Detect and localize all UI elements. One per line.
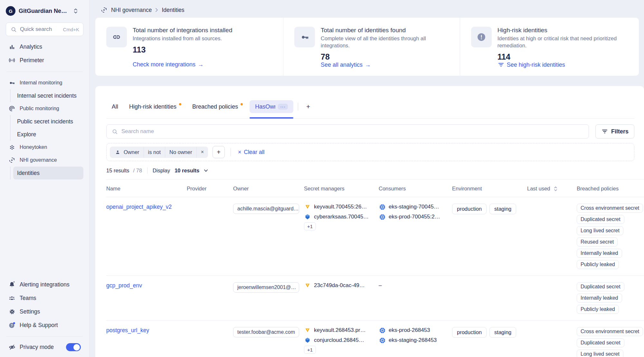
more-chip[interactable]: +1: [304, 222, 316, 230]
sidebar-divider: [6, 72, 83, 72]
search-icon: [10, 27, 17, 32]
sidebar-item-honeytoken[interactable]: Honeytoken: [6, 141, 83, 154]
help-icon: ?: [8, 322, 15, 329]
column-header-consumers[interactable]: Consumers: [379, 186, 452, 192]
column-header-owner[interactable]: Owner: [233, 186, 304, 192]
secret-manager-entry[interactable]: keyvault.700455:26…: [304, 204, 375, 210]
sidebar-item-nhi-governance[interactable]: NHI governance: [6, 154, 83, 167]
sidebar-item-label: Settings: [20, 308, 40, 315]
display-value[interactable]: 10 results: [175, 168, 199, 174]
column-header-provider[interactable]: Provider: [187, 186, 233, 192]
honeycomb-icon: [8, 144, 15, 150]
filter-value[interactable]: No owner: [165, 147, 196, 158]
owner-pill: achille.mascia@gitguard…: [233, 204, 299, 214]
kubernetes-icon: [379, 337, 386, 343]
add-tab-button[interactable]: +: [302, 100, 314, 113]
add-filter-button[interactable]: +: [213, 146, 225, 158]
chevron-down-icon[interactable]: [204, 169, 208, 172]
workspace-expand-icon[interactable]: [72, 8, 79, 14]
sidebar-item-label: NHI governance: [20, 157, 57, 163]
privacy-mode-toggle[interactable]: [66, 343, 81, 351]
filter-field[interactable]: Owner: [110, 147, 144, 158]
column-header-breached-policies[interactable]: Breached policies: [577, 186, 644, 192]
column-header-name[interactable]: Name: [106, 186, 187, 192]
stat-value: 113: [133, 45, 275, 54]
privacy-mode-row: Privacy mode: [6, 341, 83, 351]
policy-badge: Duplicated secret: [577, 338, 624, 347]
secret-manager-label: cyberarksaas.70045…: [314, 214, 369, 220]
quick-search[interactable]: Quick search Cmd+K: [6, 23, 83, 36]
notification-dot: [241, 103, 243, 105]
sidebar-item-label: Public monitoring: [20, 106, 59, 111]
identity-link[interactable]: gcp_prod_env: [106, 282, 142, 289]
clear-all-button[interactable]: × Clear all: [238, 149, 264, 156]
search-icon: [111, 129, 118, 134]
sidebar-item-perimeter[interactable]: Perimeter: [6, 53, 83, 67]
results-divider: [147, 167, 147, 174]
cell-environment: production staging: [452, 204, 527, 214]
eye-off-icon: [8, 344, 15, 351]
sidebar-item-public-monitoring[interactable]: Public monitoring: [6, 102, 83, 115]
cell-name: postgres_url_key: [106, 327, 187, 334]
secret-manager-entry[interactable]: cyberarksaas.70045…: [304, 214, 375, 220]
secret-manager-entry[interactable]: keyvault.268453.pr…: [304, 327, 375, 333]
sidebar-item-label: Honeytoken: [20, 144, 47, 150]
consumer-entry[interactable]: eks-staging-70045…: [379, 204, 448, 210]
see-all-analytics-link[interactable]: See all analytics →: [321, 62, 451, 68]
more-chip[interactable]: +1: [304, 346, 316, 354]
remove-filter-button[interactable]: ×: [196, 147, 208, 158]
owner-pill: jeroenwillemsen2001@…: [233, 282, 299, 293]
tab-breached-policies[interactable]: Breached policies: [187, 100, 248, 113]
cell-secret-managers: keyvault.700455:26… cyberarksaas.70045… …: [304, 204, 379, 230]
sidebar-item-internal-secret-incidents[interactable]: Internal secret incidents: [13, 89, 83, 102]
tab-all[interactable]: All: [106, 100, 124, 113]
sidebar-item-label: Alerting integrations: [20, 281, 70, 288]
sidebar-divider: [6, 336, 83, 337]
filters-button[interactable]: Filters: [595, 124, 634, 139]
secret-manager-entry[interactable]: 23c749da-0cac-49…: [304, 282, 375, 289]
cell-consumers: eks-staging-70045… eks-prod-700455:2…: [379, 204, 452, 220]
column-header-last-used[interactable]: Last used: [527, 186, 577, 192]
tab-label: High-risk identities: [129, 103, 176, 110]
sidebar-item-public-secret-incidents[interactable]: Public secret incidents: [13, 115, 83, 128]
check-more-integrations-link[interactable]: Check more integrations →: [133, 61, 275, 68]
secret-manager-list: 23c749da-0cac-49…: [304, 282, 375, 289]
identity-link[interactable]: openai_project_apikey_v2: [106, 204, 172, 210]
consumer-entry[interactable]: eks-prod-268453: [379, 327, 448, 333]
environment-pill: production: [452, 327, 487, 338]
sidebar-item-explore[interactable]: Explore: [13, 128, 83, 141]
sidebar-item-identities[interactable]: Identities: [13, 167, 83, 179]
search-box[interactable]: [106, 124, 589, 139]
sort-icon[interactable]: [552, 186, 559, 191]
sidebar-item-teams[interactable]: Teams: [6, 291, 83, 305]
sidebar-item-internal-monitoring[interactable]: Internal monitoring: [6, 76, 83, 89]
policy-badge: Cross environment secret: [577, 204, 643, 213]
notification-dot: [179, 103, 181, 105]
policy-badge: Publicly leaked: [577, 260, 619, 269]
consumer-entry[interactable]: eks-prod-700455:2…: [379, 214, 448, 220]
gear-icon: [8, 309, 15, 315]
cell-secret-managers: 23c749da-0cac-49…: [304, 282, 379, 289]
column-header-secret-managers[interactable]: Secret managers: [304, 186, 379, 192]
column-header-environment[interactable]: Environment: [452, 186, 527, 192]
search-name-input[interactable]: [121, 128, 584, 135]
secret-manager-entry[interactable]: conjurcloud.26845…: [304, 337, 375, 343]
filter-operator[interactable]: is not: [144, 147, 165, 158]
see-high-risk-identities-link[interactable]: See high-risk identities: [497, 62, 630, 68]
secret-manager-label: keyvault.268453.pr…: [314, 327, 366, 333]
tab-overflow-menu-icon[interactable]: ···: [278, 104, 288, 110]
sidebar-item-analytics[interactable]: Analytics: [6, 40, 83, 53]
breadcrumb-parent[interactable]: NHI governance: [111, 7, 152, 14]
sidebar-item-alerting-integrations[interactable]: Alerting integrations: [6, 278, 83, 291]
consumer-entry[interactable]: eks-staging-268453: [379, 337, 448, 343]
identity-link[interactable]: postgres_url_key: [106, 327, 149, 333]
sidebar-item-help-support[interactable]: ? Help & Support: [6, 318, 83, 332]
table-header: Name Provider Owner Secret managers Cons…: [106, 180, 644, 197]
stat-subtitle: Complete view of all the identities thro…: [321, 35, 451, 49]
tab-hasowner[interactable]: HasOwn ···: [250, 100, 293, 113]
sidebar: G GitGuardian Ne… Quick search Cmd+K: [0, 0, 90, 357]
tab-high-risk-identities[interactable]: High-risk identities: [124, 100, 187, 113]
workspace-switcher[interactable]: G GitGuardian Ne…: [6, 5, 83, 17]
identities-table: Name Provider Owner Secret managers Cons…: [106, 179, 644, 357]
sidebar-item-settings[interactable]: Settings: [6, 305, 83, 318]
